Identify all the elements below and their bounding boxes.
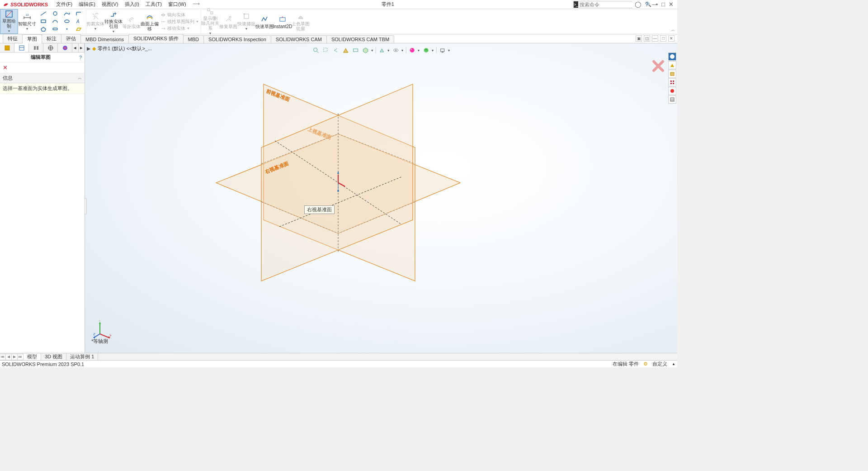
- status-rebuild-icon[interactable]: ⚙: [643, 361, 648, 367]
- svg-rect-12: [53, 28, 57, 30]
- manager-tabs: ◂ ▸: [0, 43, 85, 52]
- maximize-button[interactable]: □: [661, 1, 665, 8]
- svg-line-19: [210, 11, 211, 12]
- tab-model[interactable]: 模型: [24, 353, 41, 360]
- display-manager-tab[interactable]: [58, 43, 72, 52]
- smart-dimension-button[interactable]: 10 智能尺寸 ▼: [18, 9, 36, 34]
- viewport-layout-1[interactable]: ▣: [636, 35, 642, 42]
- feature-manager-tab[interactable]: [0, 43, 14, 52]
- point-tool[interactable]: [61, 26, 72, 32]
- arc-tool[interactable]: [50, 19, 61, 24]
- circle-tool[interactable]: [50, 11, 61, 16]
- viewport-maximize[interactable]: □: [660, 35, 666, 42]
- tab-inspection[interactable]: SOLIDWORKS Inspection: [203, 35, 271, 43]
- ribbon-collapse-button[interactable]: ︿: [671, 27, 675, 33]
- tab-mbd-dimensions[interactable]: MBD Dimensions: [80, 35, 129, 43]
- relations-icon: [206, 7, 215, 15]
- line-tool[interactable]: [38, 11, 49, 16]
- pm-info-message: 选择一基准面为实体生成草图。: [0, 83, 85, 94]
- svg-point-14: [161, 21, 162, 22]
- svg-rect-26: [19, 46, 24, 50]
- offset-label: 等距实体: [123, 24, 141, 29]
- rapid-sketch-button[interactable]: 快速草图: [255, 9, 274, 34]
- user-icon[interactable]: ◯: [635, 1, 642, 8]
- svg-rect-21: [244, 14, 249, 19]
- menu-window[interactable]: 窗口(W): [165, 0, 189, 9]
- slot-tool[interactable]: [50, 26, 61, 32]
- title-bar: SSOLIDWORKS 文件(F) 编辑(E) 视图(V) 插入(I) 工具(T…: [0, 0, 677, 9]
- pin-icon[interactable]: ⟶: [190, 0, 203, 9]
- menu-file[interactable]: 文件(F): [53, 0, 75, 9]
- pm-cancel-button[interactable]: ✕: [0, 62, 85, 73]
- tab-nav-prev[interactable]: ◀: [5, 354, 12, 360]
- tab-sketch[interactable]: 草图: [22, 34, 42, 43]
- pm-info-header[interactable]: 信息 ︿: [0, 73, 85, 83]
- dropdown-icon[interactable]: ▼: [26, 26, 29, 31]
- tab-features[interactable]: 特征: [3, 34, 23, 43]
- search-input[interactable]: [578, 2, 643, 7]
- repair-icon: [224, 14, 233, 24]
- help-icon[interactable]: ?: [645, 1, 648, 8]
- command-search[interactable]: >_ 🔍 ▼: [573, 1, 632, 8]
- menu-view[interactable]: 视图(V): [99, 0, 121, 9]
- svg-rect-17: [208, 9, 210, 11]
- reference-planes[interactable]: 上视基准面 前视基准面 右视基准面: [85, 43, 677, 351]
- svg-point-13: [66, 29, 68, 30]
- orientation-triad[interactable]: Y X Z: [93, 320, 111, 338]
- instant2d-button[interactable]: Instant2D: [274, 9, 292, 34]
- plane-tool[interactable]: [73, 26, 84, 32]
- svg-rect-18: [211, 12, 213, 14]
- ellipse-tool[interactable]: [61, 19, 72, 24]
- minimize-button[interactable]: —: [652, 1, 658, 8]
- close-button[interactable]: ✕: [669, 1, 674, 8]
- fillet-tool[interactable]: [73, 11, 84, 16]
- convert-label: 转换实体引用: [104, 19, 123, 29]
- status-custom[interactable]: 自定义: [652, 361, 667, 367]
- tab-addins[interactable]: SOLIDWORKS 插件: [128, 34, 184, 43]
- viewport-layout-2[interactable]: ◫: [644, 35, 650, 42]
- tab-motion-study-1[interactable]: 运动算例 1: [66, 353, 98, 360]
- tab-nav-buttons: ⏮ ◀ ▶ ⏭: [0, 354, 24, 360]
- convert-entities-button[interactable]: 转换实体引用 ▼: [104, 9, 123, 34]
- status-custom-dropdown[interactable]: ▲: [672, 362, 675, 366]
- graphics-viewport[interactable]: ▶ ◆ 零件1 (默认) <<默认>_... ▼ ▼ ▼ ▼ ▼ ▼: [85, 43, 677, 353]
- menu-edit[interactable]: 编辑(E): [76, 0, 98, 9]
- plane-tooltip: 右视基准面: [304, 205, 335, 214]
- text-tool[interactable]: A: [73, 19, 84, 24]
- smart-dimension-label: 智能尺寸: [18, 21, 36, 26]
- dropdown-icon[interactable]: ▼: [8, 29, 11, 33]
- tab-markup[interactable]: 标注: [42, 34, 61, 43]
- menu-tools[interactable]: 工具(T): [143, 0, 165, 9]
- motion-study-tabs: ⏮ ◀ ▶ ⏭ 模型 3D 视图 运动算例 1: [0, 353, 677, 360]
- quick-snap-button: 快速捕捉 ▼: [237, 9, 255, 34]
- menu-insert[interactable]: 插入(I): [122, 0, 142, 9]
- move-entities-button: 移动实体 ▼: [160, 25, 199, 32]
- configuration-manager-tab[interactable]: [29, 43, 43, 52]
- tab-mbd[interactable]: MBD: [183, 35, 204, 43]
- svg-rect-28: [34, 46, 36, 50]
- svg-rect-8: [41, 20, 46, 23]
- pm-help-icon[interactable]: ?: [79, 55, 82, 60]
- surface-offset-button[interactable]: 曲面上偏移: [141, 9, 159, 34]
- display-relations-button: 显示/删除几何关系 ▼: [201, 9, 219, 34]
- display-relations-label: 显示/删除几何关系: [201, 16, 219, 31]
- tab-evaluate[interactable]: 评估: [61, 34, 81, 43]
- spline-tool[interactable]: [61, 11, 72, 16]
- collapse-icon[interactable]: ︿: [78, 75, 82, 81]
- manager-overflow-left[interactable]: ◂: [72, 43, 78, 52]
- tab-nav-last[interactable]: ⏭: [17, 354, 24, 360]
- tab-cam[interactable]: SOLIDWORKS CAM: [271, 35, 327, 43]
- viewport-minimize[interactable]: —: [652, 35, 658, 42]
- main-menu: 文件(F) 编辑(E) 视图(V) 插入(I) 工具(T) 窗口(W) ⟶: [53, 0, 203, 9]
- tab-cam-tbm[interactable]: SOLIDWORKS CAM TBM: [326, 35, 394, 43]
- property-manager-tab[interactable]: [14, 43, 29, 52]
- dimxpert-manager-tab[interactable]: [43, 43, 58, 52]
- rectangle-tool[interactable]: [38, 19, 49, 24]
- tab-nav-next[interactable]: ▶: [11, 354, 18, 360]
- polygon-tool[interactable]: [38, 26, 49, 32]
- manager-overflow-right[interactable]: ▸: [79, 43, 85, 52]
- svg-line-79: [100, 334, 108, 338]
- viewport-close[interactable]: ✕: [668, 35, 675, 42]
- tab-3d-views[interactable]: 3D 视图: [41, 353, 66, 360]
- sketch-create-button[interactable]: 草图绘制 ▼: [0, 9, 18, 34]
